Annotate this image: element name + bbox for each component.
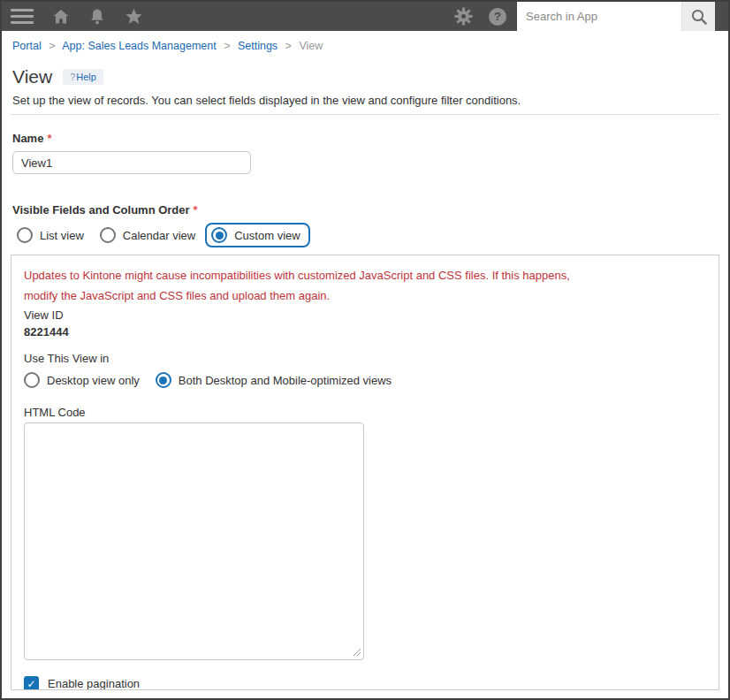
breadcrumb-separator: > bbox=[224, 40, 230, 52]
view-id-value: 8221444 bbox=[24, 325, 706, 339]
app-window: Portal > App: Sales Leads Management > S… bbox=[0, 0, 730, 700]
radio-button-selected-icon bbox=[211, 227, 227, 243]
settings-gear-icon[interactable] bbox=[454, 7, 473, 26]
title-row: View ?Help bbox=[12, 65, 728, 88]
favorites-star-icon[interactable] bbox=[125, 8, 143, 26]
html-code-label: HTML Code bbox=[24, 406, 706, 420]
breadcrumb-current-view: View bbox=[299, 40, 323, 52]
radio-desktop-and-mobile-label: Both Desktop and Mobile-optimized views bbox=[179, 374, 392, 387]
enable-pagination-checkbox[interactable]: Enable pagination bbox=[24, 676, 706, 690]
radio-button-icon bbox=[24, 372, 40, 388]
custom-view-settings-panel: Updates to Kintone might cause incompati… bbox=[11, 255, 719, 690]
breadcrumb: Portal > App: Sales Leads Management > S… bbox=[12, 40, 728, 53]
radio-list-view-label: List view bbox=[40, 229, 84, 242]
help-icon[interactable] bbox=[489, 8, 506, 26]
radio-calendar-view-label: Calendar view bbox=[123, 229, 195, 242]
nav-left-group bbox=[2, 8, 143, 26]
radio-desktop-only[interactable]: Desktop view only bbox=[18, 368, 149, 392]
help-link[interactable]: ?Help bbox=[63, 69, 103, 85]
view-type-label: Visible Fields and Column Order* bbox=[12, 203, 728, 217]
view-id-label: View ID bbox=[24, 308, 706, 323]
breadcrumb-separator: > bbox=[49, 40, 55, 52]
top-navigation-bar bbox=[2, 2, 728, 31]
radio-desktop-and-mobile[interactable]: Both Desktop and Mobile-optimized views bbox=[149, 368, 401, 392]
page-description: Set up the view of records. You can sele… bbox=[12, 94, 728, 108]
name-label-text: Name bbox=[12, 132, 43, 145]
view-name-input[interactable] bbox=[12, 151, 251, 174]
magnifier-icon bbox=[690, 8, 708, 26]
help-link-label: Help bbox=[76, 72, 96, 82]
radio-button-icon bbox=[100, 227, 116, 243]
view-type-radio-group: List view Calendar view Custom view bbox=[11, 223, 728, 247]
help-question-mark: ? bbox=[70, 72, 75, 82]
enable-pagination-label: Enable pagination bbox=[48, 677, 140, 690]
search-button[interactable] bbox=[681, 2, 715, 31]
html-code-area-wrapper bbox=[24, 422, 364, 660]
radio-button-icon bbox=[17, 227, 33, 243]
required-asterisk: * bbox=[47, 132, 51, 145]
textarea-resize-handle[interactable] bbox=[352, 647, 361, 657]
radio-desktop-only-label: Desktop view only bbox=[47, 374, 140, 387]
radio-list-view[interactable]: List view bbox=[11, 223, 94, 247]
warning-line-2: modify the JavaScript and CSS files and … bbox=[24, 285, 706, 306]
page-title: View bbox=[12, 65, 52, 88]
hamburger-menu-icon[interactable] bbox=[11, 9, 34, 24]
html-code-textarea[interactable] bbox=[24, 422, 364, 660]
breadcrumb-link-portal[interactable]: Portal bbox=[12, 40, 42, 52]
radio-custom-view-label: Custom view bbox=[234, 229, 300, 242]
use-view-in-label: Use This View in bbox=[24, 352, 706, 366]
customization-warning: Updates to Kintone might cause incompati… bbox=[24, 265, 706, 306]
required-asterisk: * bbox=[194, 203, 198, 217]
main-content: Portal > App: Sales Leads Management > S… bbox=[2, 40, 728, 690]
radio-calendar-view[interactable]: Calendar view bbox=[94, 223, 205, 247]
checkbox-checked-icon bbox=[24, 676, 39, 690]
breadcrumb-link-app[interactable]: App: Sales Leads Management bbox=[62, 40, 216, 52]
notifications-bell-icon[interactable] bbox=[88, 8, 106, 26]
breadcrumb-separator: > bbox=[285, 40, 292, 52]
nav-right-group bbox=[454, 2, 715, 31]
warning-line-1: Updates to Kintone might cause incompati… bbox=[24, 265, 706, 285]
radio-custom-view[interactable]: Custom view bbox=[205, 223, 309, 247]
use-view-radio-group: Desktop view only Both Desktop and Mobil… bbox=[18, 368, 706, 392]
radio-button-selected-icon bbox=[156, 372, 171, 388]
breadcrumb-link-settings[interactable]: Settings bbox=[238, 40, 278, 52]
name-field-label: Name* bbox=[12, 132, 728, 146]
search-input[interactable] bbox=[517, 2, 681, 31]
home-icon[interactable] bbox=[52, 8, 70, 26]
view-type-label-text: Visible Fields and Column Order bbox=[12, 203, 190, 217]
section-divider bbox=[11, 114, 719, 115]
